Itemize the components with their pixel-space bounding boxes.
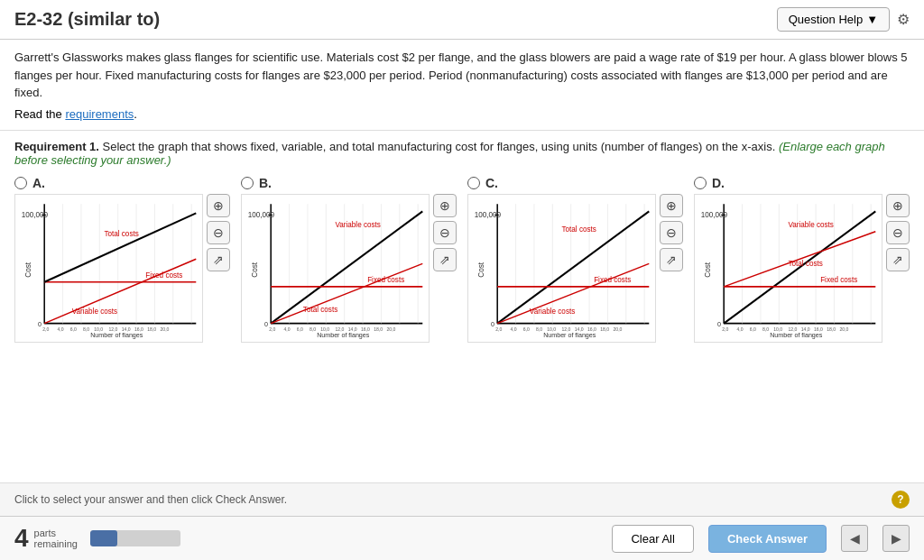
zoom-in-icon: ⊕ bbox=[213, 198, 224, 213]
svg-text:12,0: 12,0 bbox=[789, 326, 798, 331]
graph-a-svg: 100,000 bbox=[15, 195, 202, 342]
svg-text:20,0: 20,0 bbox=[614, 326, 623, 331]
svg-text:6,0: 6,0 bbox=[70, 326, 77, 331]
content-area: Requirement 1. Select the graph that sho… bbox=[0, 131, 924, 483]
svg-text:Fixed costs: Fixed costs bbox=[145, 271, 182, 279]
requirements-link[interactable]: requirements bbox=[65, 107, 134, 121]
svg-text:Fixed costs: Fixed costs bbox=[594, 275, 631, 283]
svg-text:14,0: 14,0 bbox=[122, 326, 131, 331]
remaining-label: remaining bbox=[34, 538, 78, 549]
parts-label: parts bbox=[34, 528, 78, 538]
svg-text:6,0: 6,0 bbox=[523, 326, 530, 331]
zoom-out-a[interactable]: ⊖ bbox=[207, 221, 230, 244]
requirements-line: Read the requirements. bbox=[14, 107, 910, 121]
radio-d[interactable] bbox=[694, 177, 707, 189]
svg-text:10,0: 10,0 bbox=[547, 326, 556, 331]
svg-text:16,0: 16,0 bbox=[814, 326, 823, 331]
svg-text:Total costs: Total costs bbox=[562, 225, 596, 233]
svg-text:18,0: 18,0 bbox=[600, 326, 609, 331]
zoom-out-c[interactable]: ⊖ bbox=[660, 221, 683, 244]
svg-text:12,0: 12,0 bbox=[109, 326, 118, 331]
svg-text:0: 0 bbox=[491, 320, 494, 327]
zoom-in-c[interactable]: ⊕ bbox=[660, 194, 683, 217]
radio-c[interactable] bbox=[467, 177, 480, 189]
parts-label-group: parts remaining bbox=[34, 528, 78, 549]
question-help-button[interactable]: Question Help ▼ bbox=[777, 7, 890, 32]
expand-icon: ⇗ bbox=[892, 252, 903, 267]
check-answer-button[interactable]: Check Answer bbox=[708, 525, 827, 553]
graph-b-controls: ⊕ ⊖ ⇗ bbox=[433, 194, 457, 343]
next-icon: ▶ bbox=[892, 531, 901, 546]
expand-c[interactable]: ⇗ bbox=[660, 248, 683, 271]
svg-text:14,0: 14,0 bbox=[801, 326, 810, 331]
svg-text:18,0: 18,0 bbox=[147, 326, 156, 331]
svg-text:8,0: 8,0 bbox=[762, 326, 769, 331]
svg-text:100,000: 100,000 bbox=[475, 211, 502, 219]
help-button[interactable]: ? bbox=[892, 491, 910, 509]
progress-bar-container bbox=[90, 530, 180, 546]
radio-b[interactable] bbox=[241, 177, 254, 189]
chevron-down-icon: ▼ bbox=[866, 13, 878, 26]
graph-a: 100,000 bbox=[14, 194, 203, 343]
svg-text:18,0: 18,0 bbox=[374, 326, 383, 331]
svg-text:10,0: 10,0 bbox=[320, 326, 329, 331]
svg-text:12,0: 12,0 bbox=[562, 326, 571, 331]
zoom-out-d[interactable]: ⊖ bbox=[886, 221, 910, 244]
zoom-in-a[interactable]: ⊕ bbox=[207, 194, 230, 217]
graph-c-controls: ⊕ ⊖ ⇗ bbox=[660, 194, 683, 343]
problem-section: Garrett's Glassworks makes glass flanges… bbox=[0, 40, 924, 131]
svg-text:Total costs: Total costs bbox=[104, 229, 138, 237]
svg-text:20,0: 20,0 bbox=[840, 326, 849, 331]
svg-text:Total costs: Total costs bbox=[303, 306, 337, 314]
svg-text:20,0: 20,0 bbox=[161, 326, 170, 331]
svg-text:Fixed costs: Fixed costs bbox=[367, 275, 404, 283]
svg-text:Cost: Cost bbox=[477, 262, 485, 277]
parts-number: 4 bbox=[14, 524, 29, 553]
expand-icon: ⇗ bbox=[213, 252, 224, 267]
svg-text:8,0: 8,0 bbox=[536, 326, 542, 331]
requirement-heading: Requirement 1. Select the graph that sho… bbox=[14, 140, 910, 167]
svg-text:100,000: 100,000 bbox=[22, 211, 49, 219]
graph-c-svg: 100,000 bbox=[468, 195, 655, 342]
svg-text:18,0: 18,0 bbox=[827, 326, 836, 331]
footer-bar: 4 parts remaining Clear All Check Answer… bbox=[0, 516, 924, 560]
svg-text:10,0: 10,0 bbox=[94, 326, 103, 331]
progress-bar-fill bbox=[90, 530, 117, 546]
option-c-label: C. bbox=[485, 176, 498, 190]
clear-all-button[interactable]: Clear All bbox=[612, 525, 693, 553]
problem-text: Garrett's Glassworks makes glass flanges… bbox=[14, 49, 910, 102]
svg-text:2,0: 2,0 bbox=[495, 326, 502, 331]
svg-text:2,0: 2,0 bbox=[269, 326, 275, 331]
zoom-out-icon: ⊖ bbox=[892, 225, 903, 240]
svg-text:Variable costs: Variable costs bbox=[336, 220, 381, 228]
option-b-label: B. bbox=[259, 176, 272, 190]
svg-text:Variable costs: Variable costs bbox=[530, 308, 575, 316]
expand-b[interactable]: ⇗ bbox=[433, 248, 457, 271]
graph-b: 100,000 bbox=[241, 194, 430, 343]
zoom-in-d[interactable]: ⊕ bbox=[886, 194, 910, 217]
click-instruction: Click to select your answer and then cli… bbox=[14, 493, 287, 506]
expand-d[interactable]: ⇗ bbox=[886, 248, 910, 271]
radio-a[interactable] bbox=[14, 177, 27, 189]
graph-d-svg: 100,000 bbox=[695, 195, 882, 342]
gear-icon[interactable]: ⚙ bbox=[897, 11, 910, 28]
svg-text:14,0: 14,0 bbox=[575, 326, 584, 331]
svg-text:4,0: 4,0 bbox=[283, 326, 290, 331]
prev-icon: ◀ bbox=[850, 531, 860, 546]
option-c: C. 100,000 bbox=[467, 176, 683, 343]
zoom-in-b[interactable]: ⊕ bbox=[433, 194, 457, 217]
expand-a[interactable]: ⇗ bbox=[207, 248, 230, 271]
page-title: E2-32 (similar to) bbox=[14, 9, 160, 30]
svg-text:Number of flanges: Number of flanges bbox=[90, 331, 143, 338]
svg-text:16,0: 16,0 bbox=[361, 326, 370, 331]
prev-button[interactable]: ◀ bbox=[841, 525, 868, 552]
svg-text:6,0: 6,0 bbox=[750, 326, 756, 331]
svg-text:Cost: Cost bbox=[704, 262, 712, 277]
zoom-out-b[interactable]: ⊖ bbox=[433, 221, 457, 244]
option-a-label: A. bbox=[32, 176, 45, 190]
header-controls: Question Help ▼ ⚙ bbox=[777, 7, 910, 32]
svg-text:Number of flanges: Number of flanges bbox=[770, 331, 823, 338]
svg-text:0: 0 bbox=[264, 320, 268, 327]
svg-line-45 bbox=[271, 263, 422, 323]
next-button[interactable]: ▶ bbox=[882, 525, 910, 552]
